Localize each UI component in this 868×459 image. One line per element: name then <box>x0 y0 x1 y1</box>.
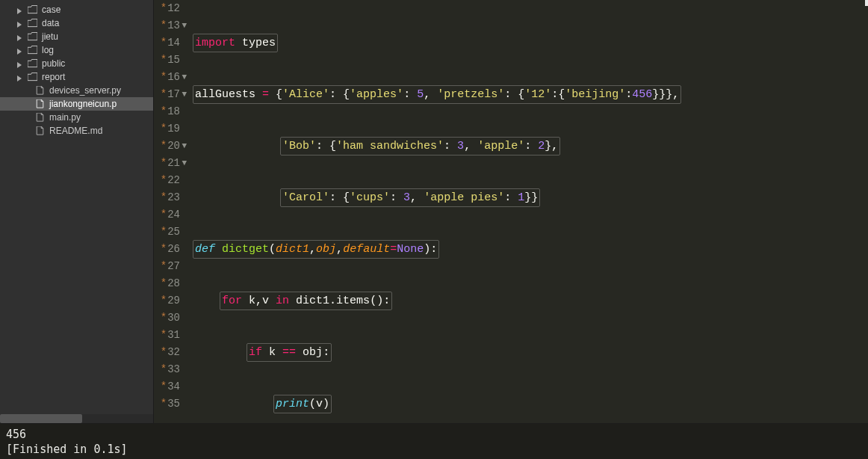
svg-marker-4 <box>17 62 22 68</box>
line-number: *23 <box>154 189 191 206</box>
folder-icon <box>27 58 37 69</box>
line-number: *25 <box>154 224 191 241</box>
line-number: *21▼ <box>154 155 191 172</box>
chevron-right-icon <box>16 46 24 54</box>
folder-data[interactable]: data <box>0 16 153 30</box>
chevron-right-icon <box>16 60 24 67</box>
line-number: *17▼ <box>154 86 191 103</box>
code-line: print(v) <box>193 395 868 413</box>
file-tree: case data jietu log public <box>0 0 153 141</box>
folder-icon <box>27 45 37 55</box>
folder-icon <box>27 31 37 42</box>
code-line: allGuests = {'Alice': {'apples': 5, 'pre… <box>193 86 868 103</box>
line-number: *33 <box>154 361 191 378</box>
file-main[interactable]: main.py <box>0 111 153 124</box>
build-output-panel: 456 [Finished in 0.1s] <box>0 423 868 459</box>
code-line: 'Carol': {'cups': 3, 'apple pies': 1}} <box>193 189 868 206</box>
folder-label: jietu <box>42 31 58 42</box>
svg-marker-0 <box>17 8 22 14</box>
line-number: *13▼ <box>154 17 191 34</box>
line-number-gutter: *12*13▼*14*15*16▼*17▼*18*19*20▼*21▼*22*2… <box>154 0 191 423</box>
file-label: main.py <box>49 112 81 123</box>
console-output-line: 456 <box>6 427 862 442</box>
line-number: *34 <box>154 378 191 395</box>
minimap-marker <box>865 0 868 6</box>
code-line: for k,v in dict1.items(): <box>193 292 868 309</box>
line-number: *24 <box>154 206 191 224</box>
file-label: devices_server.py <box>49 85 121 96</box>
line-number: *14 <box>154 34 191 52</box>
file-label: jiankongneicun.p <box>49 99 117 109</box>
code-editor[interactable]: *12*13▼*14*15*16▼*17▼*18*19*20▼*21▼*22*2… <box>154 0 868 423</box>
folder-icon <box>27 72 37 82</box>
folder-log[interactable]: log <box>0 43 153 57</box>
line-number: *30 <box>154 309 191 327</box>
file-label: README.md <box>49 126 102 136</box>
line-number: *19 <box>154 120 191 138</box>
line-number: *22 <box>154 172 191 189</box>
code-line: import types <box>193 34 868 52</box>
scrollbar-thumb[interactable] <box>0 414 82 423</box>
folder-icon <box>27 18 37 28</box>
line-number: *28 <box>154 275 191 292</box>
svg-marker-1 <box>17 22 22 28</box>
chevron-right-icon <box>16 19 24 27</box>
sidebar-horizontal-scrollbar[interactable] <box>0 414 153 423</box>
folder-label: report <box>42 72 65 82</box>
line-number: *35 <box>154 395 191 413</box>
file-icon <box>34 112 45 123</box>
line-number: *32 <box>154 344 191 361</box>
line-number: *15 <box>154 52 191 69</box>
file-icon <box>34 99 45 109</box>
line-number: *27 <box>154 258 191 275</box>
folder-label: data <box>42 18 59 28</box>
folder-label: log <box>42 45 54 55</box>
chevron-right-icon <box>16 33 24 40</box>
line-number: *26 <box>154 241 191 258</box>
file-readme[interactable]: README.md <box>0 124 153 138</box>
console-status-line: [Finished in 0.1s] <box>6 442 862 457</box>
file-jiankongneicun[interactable]: jiankongneicun.p <box>0 97 153 111</box>
folder-label: public <box>42 58 65 69</box>
folder-public[interactable]: public <box>0 57 153 70</box>
line-number: *12 <box>154 0 191 17</box>
file-icon <box>34 126 45 136</box>
code-line: def dictget(dict1,obj,default=None): <box>193 241 868 258</box>
svg-marker-3 <box>17 49 22 55</box>
chevron-right-icon <box>16 6 24 13</box>
svg-marker-5 <box>17 76 22 81</box>
svg-marker-2 <box>17 35 22 41</box>
file-devices-server[interactable]: devices_server.py <box>0 84 153 97</box>
line-number: *16▼ <box>154 69 191 86</box>
line-number: *20▼ <box>154 138 191 155</box>
folder-icon <box>27 4 37 15</box>
file-icon <box>34 85 45 96</box>
line-number: *31 <box>154 327 191 344</box>
code-line: 'Bob': {'ham sandwiches': 3, 'apple': 2}… <box>193 138 868 155</box>
folder-case[interactable]: case <box>0 3 153 16</box>
chevron-right-icon <box>16 73 24 81</box>
folder-report[interactable]: report <box>0 70 153 84</box>
line-number: *29 <box>154 292 191 309</box>
code-content[interactable]: import types allGuests = {'Alice': {'app… <box>191 0 868 423</box>
file-tree-sidebar: case data jietu log public <box>0 0 154 423</box>
folder-jietu[interactable]: jietu <box>0 30 153 43</box>
folder-label: case <box>42 4 61 15</box>
line-number: *18 <box>154 103 191 120</box>
code-line: if k == obj: <box>193 344 868 361</box>
